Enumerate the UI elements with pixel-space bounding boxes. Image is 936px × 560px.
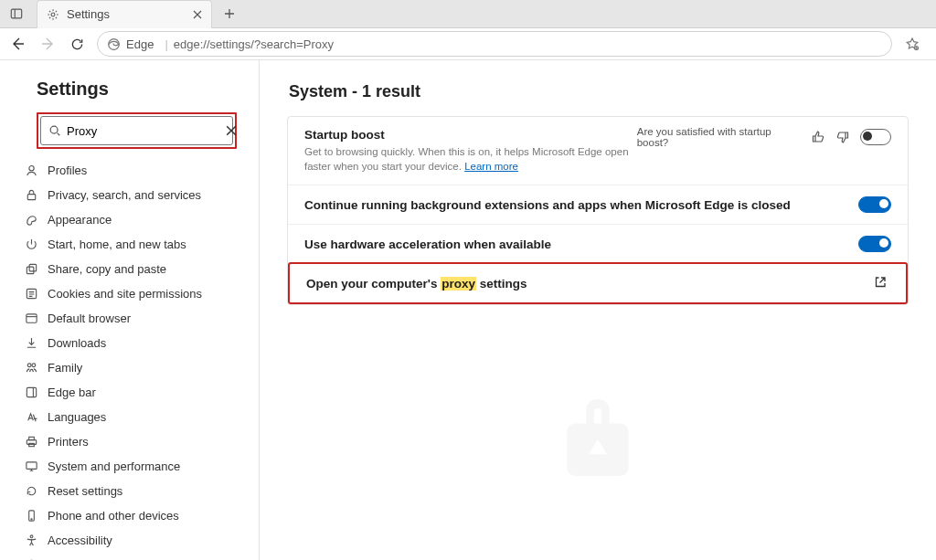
svg-rect-14	[27, 387, 36, 396]
svg-point-12	[27, 364, 31, 367]
svg-rect-0	[11, 9, 21, 18]
row-hardware-accel: Use hardware acceleration when available	[288, 224, 908, 263]
svg-rect-9	[29, 264, 37, 271]
background-apps-title: Continue running background extensions a…	[304, 198, 791, 212]
svg-rect-17	[28, 437, 34, 439]
hardware-accel-toggle[interactable]	[858, 236, 891, 252]
gear-icon	[47, 8, 59, 21]
sidebar-title: Settings	[37, 79, 259, 100]
sidebar-item-about[interactable]: About Microsoft Edge	[0, 553, 259, 560]
download-icon	[20, 336, 42, 350]
back-button[interactable]	[4, 29, 33, 58]
svg-point-6	[28, 166, 33, 171]
sidebar-item-default-browser[interactable]: Default browser	[0, 306, 259, 331]
sidebar-item-accessibility[interactable]: Accessibility	[0, 528, 259, 553]
settings-main: System - 1 result Startup boost Get to b…	[260, 60, 936, 560]
sidebar-item-family[interactable]: Family	[0, 355, 259, 380]
sidebar-item-profiles[interactable]: Profiles	[0, 158, 259, 183]
address-origin-label: Edge	[126, 37, 154, 51]
new-tab-button[interactable]	[216, 0, 243, 27]
settings-search-highlight	[37, 112, 237, 149]
clear-search-button[interactable]	[226, 125, 237, 136]
sidebar-item-cookies[interactable]: Cookies and site permissions	[0, 281, 259, 306]
svg-point-13	[31, 364, 35, 367]
sidebar-item-start[interactable]: Start, home, and new tabs	[0, 232, 259, 257]
results-heading: System - 1 result	[289, 82, 909, 101]
sidebar-item-reset[interactable]: Reset settings	[0, 479, 259, 503]
svg-point-5	[50, 126, 58, 133]
browser-icon	[20, 312, 42, 325]
close-tab-button[interactable]	[193, 10, 202, 19]
row-background-apps: Continue running background extensions a…	[288, 185, 908, 224]
tab-title: Settings	[67, 7, 186, 21]
sidebar-item-appearance[interactable]: Appearance	[0, 207, 259, 232]
system-card: Startup boost Get to browsing quickly. W…	[287, 116, 909, 305]
svg-rect-19	[26, 462, 36, 470]
address-url: edge://settings/?search=Proxy	[174, 37, 334, 51]
address-separator: |	[165, 37, 167, 51]
browser-tab[interactable]: Settings	[37, 0, 212, 28]
lock-icon	[20, 188, 42, 202]
thumbs-up-button[interactable]	[810, 129, 825, 145]
settings-sidebar: Settings Profiles Privacy, search, and s…	[0, 60, 260, 560]
sidebar-nav-list: Profiles Privacy, search, and services A…	[0, 158, 259, 560]
system-icon	[20, 460, 42, 473]
sidebar-item-share[interactable]: Share, copy and paste	[0, 257, 259, 281]
startup-learn-more-link[interactable]: Learn more	[464, 161, 518, 172]
startup-boost-title: Startup boost	[304, 128, 637, 142]
share-icon	[20, 262, 42, 276]
sidebar-item-system[interactable]: System and performance	[0, 454, 259, 479]
thumbs-down-button[interactable]	[835, 129, 851, 145]
address-bar[interactable]: Edge | edge://settings/?search=Proxy	[97, 31, 892, 57]
phone-icon	[20, 509, 42, 523]
svg-rect-11	[26, 314, 36, 322]
tab-actions-button[interactable]	[0, 0, 33, 27]
external-link-icon	[873, 275, 889, 291]
sidebar-item-phone[interactable]: Phone and other devices	[0, 503, 259, 528]
sidebar-item-downloads[interactable]: Downloads	[0, 331, 259, 355]
svg-point-22	[30, 535, 33, 538]
startup-boost-toggle[interactable]	[860, 129, 891, 145]
nav-toolbar: Edge | edge://settings/?search=Proxy	[0, 28, 936, 60]
sidebar-item-privacy[interactable]: Privacy, search, and services	[0, 183, 259, 207]
hardware-accel-title: Use hardware acceleration when available	[304, 238, 551, 251]
svg-rect-18	[28, 443, 34, 446]
row-startup-boost: Startup boost Get to browsing quickly. W…	[288, 117, 908, 185]
family-icon	[20, 361, 42, 375]
background-watermark	[534, 380, 662, 508]
row-open-proxy-settings[interactable]: Open your computer's proxy settings	[288, 262, 908, 304]
svg-rect-8	[27, 267, 34, 274]
reset-icon	[20, 484, 42, 498]
appearance-icon	[20, 213, 42, 227]
edge-logo-icon	[107, 37, 121, 51]
power-icon	[20, 238, 42, 251]
forward-button[interactable]	[33, 29, 62, 58]
languages-icon	[20, 410, 42, 424]
titlebar: Settings	[0, 0, 936, 28]
sidebar-item-printers[interactable]: Printers	[0, 429, 259, 454]
settings-search-input[interactable]	[61, 124, 226, 138]
search-icon	[48, 124, 61, 137]
accessibility-icon	[20, 534, 42, 547]
favorites-button[interactable]	[898, 29, 927, 58]
sidebar-item-edge-bar[interactable]: Edge bar	[0, 380, 259, 405]
svg-point-2	[51, 13, 55, 16]
sidebar-item-languages[interactable]: Languages	[0, 405, 259, 429]
startup-boost-desc: Get to browsing quickly. When this is on…	[304, 145, 637, 174]
profile-icon	[20, 164, 42, 177]
startup-satisfy-label: Are you satisfied with startup boost?	[637, 126, 798, 148]
svg-point-21	[30, 519, 31, 520]
open-proxy-settings-title: Open your computer's proxy settings	[306, 277, 527, 291]
printer-icon	[20, 435, 42, 449]
background-apps-toggle[interactable]	[858, 196, 891, 213]
refresh-button[interactable]	[62, 29, 91, 58]
cookies-icon	[20, 287, 42, 301]
svg-rect-7	[27, 195, 35, 200]
edge-bar-icon	[20, 386, 42, 399]
